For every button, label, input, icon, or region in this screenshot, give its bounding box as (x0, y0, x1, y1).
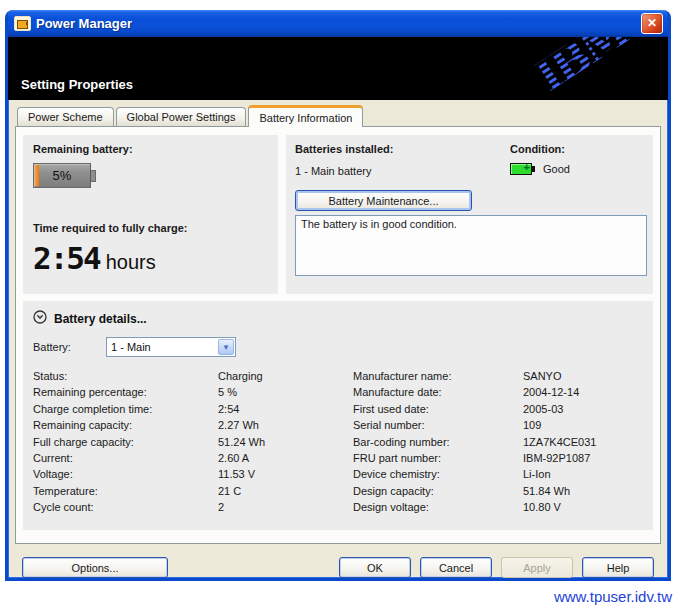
battery-terminal (91, 170, 96, 182)
detail-value: 2.60 A (218, 452, 353, 468)
condition-battery-icon (510, 163, 535, 175)
detail-value: 21 C (218, 485, 353, 501)
remaining-battery-panel: Remaining battery: 5% Time required to f… (23, 135, 278, 294)
batteries-installed-panel: Batteries installed: 1 - Main battery Co… (286, 135, 653, 294)
detail-label: Full charge capacity: (33, 436, 218, 452)
cancel-button[interactable]: Cancel (420, 557, 492, 578)
ibm-logo: IBM (526, 37, 636, 100)
detail-label: Voltage: (33, 468, 218, 484)
detail-value: IBM-92P1087 (523, 452, 643, 468)
detail-value: 2 (218, 501, 353, 517)
details-grid-right: Manufacturer name: SANYO Manufacture dat… (353, 370, 643, 518)
detail-value: 51.24 Wh (218, 436, 353, 452)
tab-strip: Power Scheme Global Power Settings Batte… (15, 105, 661, 126)
details-grid-left: Status: Charging Remaining percentage: 5… (33, 370, 353, 518)
detail-value: 51.84 Wh (523, 485, 643, 501)
detail-label: Design voltage: (353, 501, 523, 517)
dialog-buttons: Options... OK Cancel Apply Help (22, 557, 654, 578)
collapse-circle-icon[interactable] (33, 310, 47, 328)
detail-label: FRU part number: (353, 452, 523, 468)
detail-label: Remaining capacity: (33, 419, 218, 435)
condition-message-box: The battery is in good condition. (295, 215, 647, 276)
detail-label: Design capacity: (353, 485, 523, 501)
close-icon[interactable]: ✕ (641, 13, 663, 34)
detail-value: Li-Ion (523, 468, 643, 484)
options-button[interactable]: Options... (22, 557, 168, 578)
batteries-installed-value: 1 - Main battery (295, 165, 510, 177)
time-value: 2:54 (33, 240, 100, 276)
detail-value: 109 (523, 419, 643, 435)
battery-details-panel: Battery details... Battery: 1 - Main ▼ S… (23, 301, 653, 530)
detail-value: 2:54 (218, 403, 353, 419)
battery-select-label: Battery: (33, 341, 106, 353)
time-unit: hours (106, 251, 156, 274)
detail-value: 2004-12-14 (523, 386, 643, 402)
battery-app-icon (14, 16, 31, 31)
window-title: Power Manager (36, 16, 641, 31)
battery-maintenance-button[interactable]: Battery Maintenance... (295, 190, 472, 211)
battery-select-value: 1 - Main (107, 341, 218, 353)
detail-label: Device chemistry: (353, 468, 523, 484)
tab-battery-information[interactable]: Battery Information (248, 105, 363, 127)
detail-label: Manufacturer name: (353, 370, 523, 386)
detail-label: Serial number: (353, 419, 523, 435)
ok-button[interactable]: OK (339, 557, 411, 578)
detail-value: 2.27 Wh (218, 419, 353, 435)
condition-value: Good (543, 163, 570, 175)
watermark-url: www.tpuser.idv.tw (554, 588, 672, 605)
time-display: 2:54 hours (33, 240, 268, 276)
battery-details-title: Battery details... (54, 312, 147, 326)
detail-value: 1ZA7K4CE031 (523, 436, 643, 452)
dialog-content: Power Scheme Global Power Settings Batte… (8, 100, 668, 578)
details-grid: Status: Charging Remaining percentage: 5… (33, 370, 643, 518)
detail-label: Manufacture date: (353, 386, 523, 402)
power-manager-window: Power Manager ✕ IBM Setting Properties P… (5, 10, 671, 581)
detail-value: 2005-03 (523, 403, 643, 419)
detail-label: Bar-coding number: (353, 436, 523, 452)
detail-value: 5 % (218, 386, 353, 402)
tab-global-power-settings[interactable]: Global Power Settings (116, 107, 247, 126)
apply-button: Apply (501, 557, 573, 578)
battery-information-page: Remaining battery: 5% Time required to f… (15, 126, 661, 544)
battery-percent: 5% (34, 168, 90, 183)
banner-title: Setting Properties (21, 77, 133, 92)
detail-label: Status: (33, 370, 218, 386)
help-button[interactable]: Help (582, 557, 654, 578)
header-banner: IBM Setting Properties (8, 37, 668, 100)
batteries-installed-label: Batteries installed: (295, 143, 510, 155)
detail-label: Remaining percentage: (33, 386, 218, 402)
detail-label: Cycle count: (33, 501, 218, 517)
detail-label: Current: (33, 452, 218, 468)
detail-value: Charging (218, 370, 353, 386)
battery-icon: 5% (33, 163, 91, 188)
detail-label: First used date: (353, 403, 523, 419)
detail-value: 10.80 V (523, 501, 643, 517)
chevron-down-icon[interactable]: ▼ (218, 339, 234, 355)
titlebar[interactable]: Power Manager ✕ (8, 10, 668, 37)
condition-label: Condition: (510, 143, 647, 155)
battery-gauge: 5% (33, 163, 268, 188)
time-to-charge-label: Time required to fully charge: (33, 222, 268, 234)
detail-value: 11.53 V (218, 468, 353, 484)
remaining-battery-label: Remaining battery: (33, 143, 268, 155)
detail-label: Charge completion time: (33, 403, 218, 419)
detail-label: Temperature: (33, 485, 218, 501)
battery-select[interactable]: 1 - Main ▼ (106, 337, 236, 357)
detail-value: SANYO (523, 370, 643, 386)
tab-power-scheme[interactable]: Power Scheme (17, 107, 114, 126)
